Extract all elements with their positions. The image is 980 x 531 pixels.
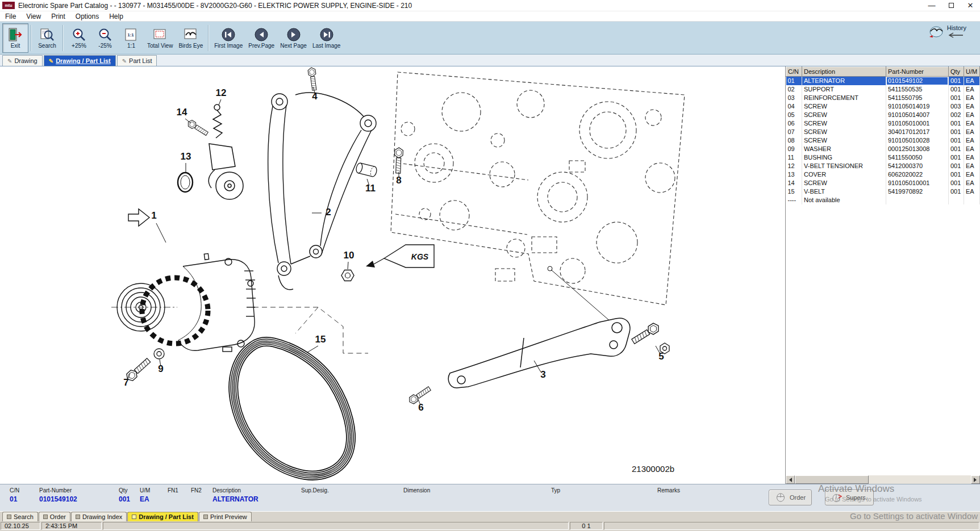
cell-cn[interactable]: 07 bbox=[786, 128, 802, 136]
cell-desc[interactable]: V-BELT bbox=[802, 187, 886, 196]
table-row[interactable]: 08SCREW910105010028001EA bbox=[786, 136, 980, 145]
tab-part-list[interactable]: ✎Part List bbox=[117, 55, 157, 66]
cell-cn[interactable]: 05 bbox=[786, 111, 802, 119]
cell-desc[interactable]: SCREW bbox=[802, 111, 886, 119]
toolbar-last-image-button[interactable]: Last Image bbox=[310, 23, 343, 53]
cell-cn[interactable]: 04 bbox=[786, 102, 802, 111]
cell-qty[interactable]: 001 bbox=[949, 119, 964, 128]
cell-um[interactable]: EA bbox=[964, 153, 980, 162]
cell-um[interactable]: EA bbox=[964, 136, 980, 145]
table-row[interactable]: 03REINFORCEMENT5411550795001EA bbox=[786, 94, 980, 102]
cell-um[interactable]: EA bbox=[964, 77, 980, 85]
callout-13[interactable]: 13 bbox=[181, 151, 191, 162]
callout-1[interactable]: 1 bbox=[151, 210, 156, 221]
cell-pn[interactable]: 910105010028 bbox=[886, 136, 949, 145]
cell-cn[interactable]: 12 bbox=[786, 162, 802, 170]
cell-pn[interactable]: 304017012017 bbox=[886, 128, 949, 136]
tab-drawing[interactable]: ✎Drawing bbox=[2, 55, 43, 66]
maximize-button[interactable] bbox=[941, 0, 961, 11]
table-row[interactable]: 02SUPPORT5411550535001EA bbox=[786, 85, 980, 94]
bottom-tab-print-preview[interactable]: Print Preview bbox=[199, 512, 252, 521]
cell-um[interactable]: EA bbox=[964, 128, 980, 136]
callout-2[interactable]: 2 bbox=[326, 207, 331, 218]
cell-um[interactable]: EA bbox=[964, 85, 980, 94]
table-row[interactable]: 07SCREW304017012017001EA bbox=[786, 128, 980, 136]
table-row[interactable]: 09WASHER000125013008001EA bbox=[786, 145, 980, 153]
cell-cn[interactable]: 14 bbox=[786, 179, 802, 187]
cell-cn[interactable]: 03 bbox=[786, 94, 802, 102]
parts-table-hscrollbar[interactable] bbox=[786, 475, 980, 484]
table-row[interactable]: 12V-BELT TENSIONER5412000370001EA bbox=[786, 162, 980, 170]
callout-4[interactable]: 4 bbox=[312, 91, 318, 102]
cell-qty[interactable]: 001 bbox=[949, 94, 964, 102]
cell-desc[interactable]: SCREW bbox=[802, 136, 886, 145]
cell-cn[interactable]: 09 bbox=[786, 145, 802, 153]
toolbar-exit-button[interactable]: Exit bbox=[2, 23, 28, 53]
table-row[interactable]: 13COVER6062020022001EA bbox=[786, 170, 980, 179]
column-header-c-n[interactable]: C/N bbox=[786, 67, 802, 77]
cell-desc[interactable]: SCREW bbox=[802, 128, 886, 136]
cell-pn[interactable]: 910105014007 bbox=[886, 111, 949, 119]
callout-5[interactable]: 5 bbox=[658, 351, 664, 362]
cell-qty[interactable]: 001 bbox=[949, 179, 964, 187]
cell-qty[interactable]: 001 bbox=[949, 153, 964, 162]
cell-cn[interactable]: 11 bbox=[786, 153, 802, 162]
menu-options[interactable]: Options bbox=[70, 12, 104, 20]
cell-desc[interactable]: WASHER bbox=[802, 145, 886, 153]
toolbar-total-view-button[interactable]: Total View bbox=[144, 23, 176, 53]
cell-desc[interactable]: BUSHING bbox=[802, 153, 886, 162]
cell-desc[interactable]: SCREW bbox=[802, 179, 886, 187]
cell-pn[interactable]: 0101549102 bbox=[886, 77, 949, 85]
callout-7[interactable]: 7 bbox=[123, 377, 128, 388]
column-header-description[interactable]: Description bbox=[802, 67, 886, 77]
toolbar-25-button[interactable]: +25% bbox=[66, 23, 92, 53]
table-row[interactable]: ----Not available bbox=[786, 196, 980, 204]
history-panel[interactable]: History bbox=[928, 24, 966, 39]
table-row[interactable]: 04SCREW910105014019003EA bbox=[786, 102, 980, 111]
cell-desc[interactable]: SUPPORT bbox=[802, 85, 886, 94]
bottom-tab-search[interactable]: Search bbox=[2, 512, 38, 521]
cell-um[interactable]: EA bbox=[964, 187, 980, 196]
cell-um[interactable]: EA bbox=[964, 170, 980, 179]
table-row[interactable]: 06SCREW910105010001001EA bbox=[786, 119, 980, 128]
scroll-track[interactable] bbox=[795, 475, 971, 484]
cell-qty[interactable] bbox=[949, 196, 964, 204]
cell-pn[interactable]: 6062020022 bbox=[886, 170, 949, 179]
cell-um[interactable]: EA bbox=[964, 162, 980, 170]
cell-desc[interactable]: V-BELT TENSIONER bbox=[802, 162, 886, 170]
table-row[interactable]: 14SCREW910105010001001EA bbox=[786, 179, 980, 187]
table-row[interactable]: 11BUSHING5411550050001EA bbox=[786, 153, 980, 162]
callout-12[interactable]: 12 bbox=[216, 87, 227, 98]
menu-help[interactable]: Help bbox=[104, 12, 128, 20]
cell-cn[interactable]: 06 bbox=[786, 119, 802, 128]
supers-button[interactable]: Supers. bbox=[825, 490, 874, 505]
callout-11[interactable]: 11 bbox=[365, 183, 376, 194]
callout-8[interactable]: 8 bbox=[396, 175, 401, 186]
bottom-tab-drawing-part-list[interactable]: Drawing / Part List bbox=[127, 512, 198, 521]
tab-drawing-part-list[interactable]: ✎Drawing / Part List bbox=[44, 55, 116, 66]
scroll-left-button[interactable] bbox=[786, 475, 795, 484]
cell-cn[interactable]: 01 bbox=[786, 77, 802, 85]
callout-3[interactable]: 3 bbox=[540, 369, 545, 380]
cell-desc[interactable]: COVER bbox=[802, 170, 886, 179]
callout-6[interactable]: 6 bbox=[418, 402, 423, 413]
cell-qty[interactable]: 001 bbox=[949, 128, 964, 136]
cell-um[interactable]: EA bbox=[964, 145, 980, 153]
cell-desc[interactable]: ALTERNATOR bbox=[802, 77, 886, 85]
column-header-qty[interactable]: Qty bbox=[949, 67, 964, 77]
bottom-tab-drawing-index[interactable]: Drawing Index bbox=[71, 512, 127, 521]
callout-10[interactable]: 10 bbox=[344, 250, 355, 261]
column-header-u-m[interactable]: U/M bbox=[964, 67, 980, 77]
cell-um[interactable]: EA bbox=[964, 119, 980, 128]
menu-print[interactable]: Print bbox=[46, 12, 70, 20]
cell-desc[interactable]: Not available bbox=[802, 196, 886, 204]
cell-pn[interactable]: 5411550050 bbox=[886, 153, 949, 162]
cell-pn[interactable]: 910105010001 bbox=[886, 179, 949, 187]
cell-qty[interactable]: 001 bbox=[949, 187, 964, 196]
callout-9[interactable]: 9 bbox=[158, 363, 163, 374]
toolbar-25-button[interactable]: -25% bbox=[92, 23, 118, 53]
bottom-tab-order[interactable]: Order bbox=[39, 512, 70, 521]
cell-pn[interactable]: 5411550795 bbox=[886, 94, 949, 102]
scroll-right-button[interactable] bbox=[971, 475, 980, 484]
menu-file[interactable]: File bbox=[0, 12, 21, 20]
